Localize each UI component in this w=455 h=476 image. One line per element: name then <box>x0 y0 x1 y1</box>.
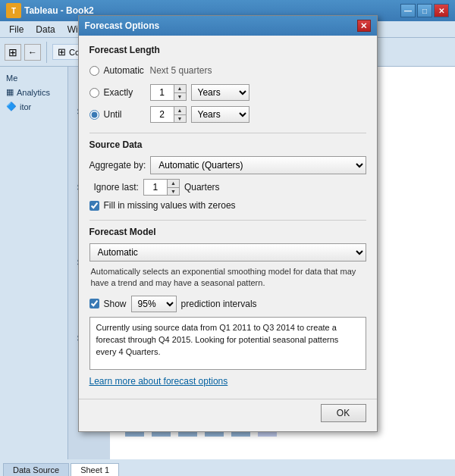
exactly-unit-select[interactable]: Years Quarters Months <box>191 84 249 101</box>
confidence-select[interactable]: 95% 90% 99% <box>131 296 177 312</box>
fill-label: Fill in missing values with zeroes <box>104 200 236 211</box>
dialog-titlebar: Forecast Options ✕ <box>79 16 377 36</box>
until-value-input[interactable]: 2 <box>151 107 174 122</box>
until-spin-down[interactable]: ▼ <box>174 115 186 123</box>
automatic-hint: Next 5 quarters <box>150 65 212 76</box>
until-arrows: ▲ ▼ <box>174 107 186 122</box>
forecast-options-dialog: Forecast Options ✕ Forecast Length Autom… <box>78 15 378 432</box>
automatic-label: Automatic <box>104 65 146 76</box>
ignore-row: Ignore last: 1 ▲ ▼ Quarters <box>89 179 366 196</box>
until-spin-up[interactable]: ▲ <box>174 107 186 115</box>
ignore-arrows: ▲ ▼ <box>167 180 179 195</box>
until-spinbox: 2 ▲ ▼ <box>150 106 187 123</box>
learn-more-link[interactable]: Learn more about forecast options <box>89 376 228 387</box>
exactly-arrows: ▲ ▼ <box>174 85 186 100</box>
until-row: Until 2 ▲ ▼ Years Quarters Months <box>89 105 366 124</box>
exactly-radio[interactable] <box>89 88 99 98</box>
forecast-length-header: Forecast Length <box>89 45 366 55</box>
exactly-spin-down[interactable]: ▼ <box>174 93 186 101</box>
ok-button[interactable]: OK <box>321 404 366 422</box>
ignore-label: Ignore last: <box>94 182 139 193</box>
info-text: Currently using source data from Q1 2011… <box>96 323 339 356</box>
divider-2 <box>89 220 366 221</box>
model-select[interactable]: Automatic Custom <box>89 243 366 261</box>
aggregate-label: Aggregate by: <box>89 160 146 171</box>
dialog-body: Forecast Length Automatic Next 5 quarter… <box>79 36 377 396</box>
forecast-model-header: Forecast Model <box>89 227 366 237</box>
tableau-window: T Tableau - Book2 — □ ✕ File Data Window… <box>0 0 455 476</box>
source-data-header: Source Data <box>89 139 366 150</box>
forecast-model-section: Forecast Model Automatic Custom Automati… <box>89 227 366 290</box>
until-radio[interactable] <box>89 110 99 120</box>
automatic-row: Automatic Next 5 quarters <box>89 61 366 80</box>
divider-1 <box>89 133 366 133</box>
dialog-footer: OK <box>79 399 377 431</box>
automatic-radio[interactable] <box>89 66 99 76</box>
forecast-info-box: Currently using source data from Q1 2011… <box>89 317 366 370</box>
ignore-spin-down[interactable]: ▼ <box>168 188 179 196</box>
aggregate-row: Aggregate by: Automatic (Quarters) Exact… <box>89 156 366 174</box>
until-unit-select[interactable]: Years Quarters Months <box>191 106 249 123</box>
exactly-spin-up[interactable]: ▲ <box>174 85 186 93</box>
prediction-row: Show 95% 90% 99% prediction intervals <box>89 296 366 312</box>
until-label: Until <box>104 109 146 120</box>
exactly-label: Exactly <box>104 87 146 98</box>
aggregate-select[interactable]: Automatic (Quarters) Exact Date Month <box>150 156 366 174</box>
source-data-section: Source Data Aggregate by: Automatic (Qua… <box>89 139 366 211</box>
forecast-length-section: Forecast Length Automatic Next 5 quarter… <box>89 45 366 124</box>
prediction-label: prediction intervals <box>181 299 257 309</box>
fill-checkbox[interactable] <box>89 201 99 211</box>
ignore-spinbox: 1 ▲ ▼ <box>143 179 180 196</box>
dialog-close-button[interactable]: ✕ <box>357 20 371 32</box>
model-description: Automatically selects an exponential smo… <box>89 266 366 290</box>
exactly-spinbox: 1 ▲ ▼ <box>150 84 187 101</box>
ignore-unit: Quarters <box>184 182 220 193</box>
dialog-title: Forecast Options <box>85 20 357 31</box>
ignore-spin-up[interactable]: ▲ <box>168 180 179 188</box>
fill-checkbox-row: Fill in missing values with zeroes <box>89 200 366 211</box>
exactly-row: Exactly 1 ▲ ▼ Years Quarters Months <box>89 83 366 102</box>
dialog-overlay: Forecast Options ✕ Forecast Length Autom… <box>0 0 455 476</box>
show-label: Show <box>104 299 127 309</box>
show-prediction-checkbox[interactable] <box>89 299 99 308</box>
ignore-value-input[interactable]: 1 <box>144 180 167 195</box>
exactly-value-input[interactable]: 1 <box>151 85 174 100</box>
